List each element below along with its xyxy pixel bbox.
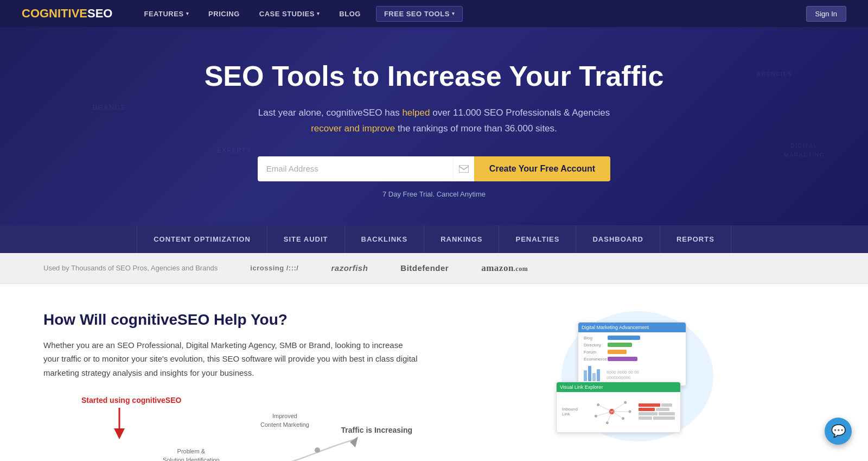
mockup-card-secondary-title: Visual Link Explorer (557, 382, 680, 392)
label-improved: ImprovedContent Marketing (260, 412, 309, 429)
create-account-button[interactable]: Create Your Free Account (474, 156, 610, 181)
tab-site-audit[interactable]: SITE AUDIT (267, 225, 345, 253)
brand-amazon: amazon.com (481, 263, 528, 274)
main-left-panel: How Will cognitiveSEO Help You? Whether … (43, 311, 418, 461)
bar-row: Directory (584, 343, 680, 348)
hex-shape: ⬡ (163, 27, 201, 61)
logo-seo: SEO (87, 7, 112, 20)
chevron-down-icon: ▾ (186, 11, 189, 16)
label-problem: Problem &Solution Identification (163, 447, 220, 461)
logo-cognitive: COGNITIVE (22, 7, 87, 20)
chart-label-started: Started using cognitiveSEO (81, 396, 181, 405)
nav-blog[interactable]: BLOG (329, 0, 371, 27)
bar-ecommerce (608, 357, 637, 361)
tab-rankings[interactable]: RANKINGS (424, 225, 499, 253)
mockup-card-visual-link-explorer: Visual Link Explorer Inbound Link (556, 382, 681, 433)
tab-content-optimization[interactable]: CONTENT OPTIMIZATION (137, 225, 267, 253)
mini-chart: 8000 8000 00 000000000000 (584, 365, 680, 381)
main-section-title: How Will cognitiveSEO Help You? (43, 311, 418, 329)
navbar: COGNITIVESEO FEATURES ▾ PRICING CASE STU… (0, 0, 868, 27)
journey-chart: Started using cognitiveSEO (43, 396, 418, 461)
svg-point-13 (622, 417, 624, 420)
svg-line-18 (596, 412, 611, 416)
svg-marker-3 (350, 437, 358, 447)
nav-case-studies[interactable]: CASE STUDIES ▾ (250, 0, 330, 27)
brand-icrossing: icrossing /:::/ (250, 264, 298, 272)
chevron-down-icon: ▾ (317, 11, 320, 16)
bar-directory (608, 343, 632, 347)
tab-reports[interactable]: REPORTS (660, 225, 731, 253)
mockup-card-title: Digital Marketing Advancement (578, 323, 686, 332)
brand-razorfish: razorfish (331, 263, 368, 273)
link-graph (589, 395, 634, 428)
bar-blog (608, 336, 640, 340)
tab-dashboard[interactable]: DASHBOARD (576, 225, 660, 253)
hero-title: SEO Tools to Increase Your Traffic (22, 60, 846, 92)
hero-section: ⬡ ⬡ ⬡ ⬡ ⬡ ⬡ ⬡ ⬡ ⬡ BRANDS EXPERTS AGENCIE… (0, 27, 868, 225)
mockup-card-digital-marketing: Digital Marketing Advancement Blog Direc… (578, 322, 686, 386)
feature-tabs-bar: CONTENT OPTIMIZATION SITE AUDIT BACKLINK… (0, 225, 868, 253)
hero-form: Create Your Free Account (22, 156, 846, 181)
navbar-links: FEATURES ▾ PRICING CASE STUDIES ▾ BLOG F… (134, 0, 806, 27)
main-content: How Will cognitiveSEO Help You? Whether … (0, 284, 868, 461)
email-input[interactable] (258, 156, 453, 181)
chat-widget[interactable]: 💬 (825, 418, 852, 445)
nav-features[interactable]: FEATURES ▾ (134, 0, 199, 27)
nav-free-seo-tools[interactable]: FREE SEO TOOLS ▾ (376, 6, 463, 22)
email-icon (453, 156, 474, 181)
signin-button[interactable]: Sign In (806, 6, 846, 22)
svg-line-16 (598, 405, 611, 411)
bar-row: Forum (584, 350, 680, 355)
bar-row: Blog (584, 336, 680, 340)
chat-icon: 💬 (831, 424, 846, 438)
main-section-body: Whether you are an SEO Professional, Dig… (43, 338, 418, 380)
svg-line-19 (611, 412, 623, 418)
label-traffic-increasing: Traffic is Increasing (341, 426, 413, 434)
tab-penalties[interactable]: PENALTIES (499, 225, 576, 253)
brands-bar: Used by Thousands of SEO Pros, Agencies … (0, 253, 868, 284)
bg-label-experts: EXPERTS (217, 147, 251, 154)
svg-point-10 (597, 403, 599, 406)
svg-line-20 (607, 412, 611, 423)
bar-forum (608, 350, 627, 354)
nav-pricing[interactable]: PRICING (199, 0, 250, 27)
brand-bitdefender: Bitdefender (400, 263, 449, 273)
dashboard-mockup: Digital Marketing Advancement Blog Direc… (561, 311, 713, 441)
hex-shape: ⬡ (645, 27, 678, 61)
chevron-down-icon: ▾ (452, 11, 455, 16)
svg-rect-0 (459, 165, 469, 173)
site-logo[interactable]: COGNITIVESEO (22, 7, 112, 21)
trial-text: 7 Day Free Trial. Cancel Anytime (22, 190, 846, 198)
mini-bars-right (639, 403, 675, 420)
hero-subtitle: Last year alone, cognitiveSEO has helped… (22, 105, 846, 137)
tab-backlinks[interactable]: BACKLINKS (345, 225, 425, 253)
svg-point-7 (315, 447, 320, 453)
inbound-link-section: Inbound Link (562, 395, 675, 428)
bar-row: Ecommerce (584, 357, 680, 362)
svg-line-17 (611, 402, 625, 412)
main-right-panel: Digital Marketing Advancement Blog Direc… (450, 311, 825, 461)
brands-label: Used by Thousands of SEO Pros, Agencies … (43, 264, 218, 272)
